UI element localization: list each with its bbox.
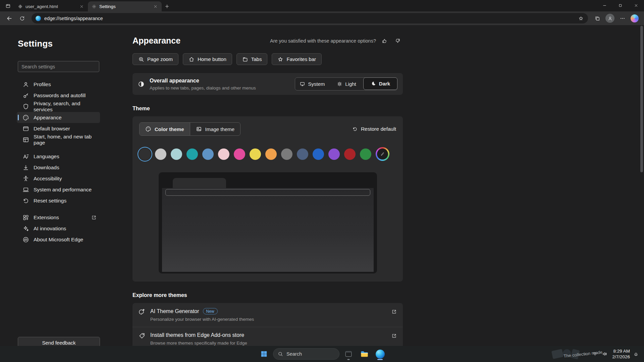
- thumbs-up-icon: [382, 38, 387, 44]
- page-zoom-button[interactable]: Page zoom: [132, 53, 178, 65]
- sidebar-item-profiles[interactable]: Profiles: [17, 79, 100, 90]
- page-scrollbar: [640, 26, 644, 345]
- monitor-icon: [300, 81, 305, 87]
- external-link-icon[interactable]: [391, 309, 397, 314]
- notifications-button[interactable]: [632, 349, 640, 359]
- settings-and-more-button[interactable]: [616, 13, 629, 24]
- color-swatch[interactable]: [234, 148, 245, 160]
- windows-taskbar: Search The collection mode: [0, 346, 644, 362]
- settings-sidebar: Settings Profiles Passwords and autofill…: [0, 25, 116, 362]
- sidebar-item-appearance[interactable]: Appearance: [17, 112, 100, 123]
- sidebar-item-label: Start, home, and new tab page: [34, 134, 97, 146]
- tabs-icon: [242, 56, 248, 62]
- tab-settings[interactable]: Settings: [88, 1, 162, 11]
- back-button[interactable]: [3, 13, 15, 24]
- minimize-button[interactable]: [597, 0, 612, 11]
- option-label: Light: [345, 81, 356, 87]
- sidebar-item-reset[interactable]: Reset settings: [17, 195, 100, 206]
- hidden-icons-button[interactable]: [582, 349, 589, 359]
- home-button-button[interactable]: Home button: [183, 53, 232, 65]
- color-swatch[interactable]: [265, 148, 277, 160]
- color-swatch[interactable]: [186, 148, 198, 160]
- collections-button[interactable]: [591, 13, 603, 24]
- ai-theme-generator-row[interactable]: AI Theme Generator New Personalize your …: [132, 303, 403, 327]
- gear-favicon-icon: [92, 4, 96, 9]
- laptop-icon: [22, 186, 29, 193]
- tab-user-agent[interactable]: user_agent.html: [14, 1, 88, 11]
- file-explorer-icon: [360, 350, 369, 359]
- refresh-icon: [19, 16, 25, 21]
- taskbar-app-window[interactable]: [342, 347, 355, 361]
- copilot-icon[interactable]: [631, 14, 639, 22]
- color-swatch[interactable]: [344, 148, 356, 160]
- appearance-option-light[interactable]: Light: [329, 78, 364, 90]
- refresh-button[interactable]: [16, 13, 28, 24]
- tab-actions-button[interactable]: [2, 0, 14, 11]
- taskbar-search[interactable]: Search: [273, 348, 339, 360]
- color-swatch[interactable]: [297, 148, 308, 160]
- close-tab-icon[interactable]: [78, 3, 85, 10]
- tab-label: Image theme: [205, 126, 235, 132]
- maximize-button[interactable]: [612, 0, 628, 11]
- explore-item-title: AI Theme Generator: [150, 308, 199, 314]
- preview-window-body: [162, 188, 374, 272]
- color-theme-tab[interactable]: Color theme: [140, 123, 190, 135]
- profile-avatar[interactable]: [605, 14, 614, 23]
- taskbar-search-label: Search: [286, 351, 302, 357]
- sidebar-item-label: Profiles: [34, 81, 51, 87]
- color-swatch[interactable]: [250, 148, 261, 160]
- close-window-button[interactable]: [628, 0, 644, 11]
- zoom-icon: [138, 56, 144, 62]
- start-button[interactable]: [257, 347, 271, 361]
- color-swatch[interactable]: [202, 148, 214, 160]
- addons-store-icon: [139, 333, 145, 339]
- color-swatch[interactable]: [328, 148, 340, 160]
- color-swatch-default[interactable]: [139, 148, 151, 160]
- sidebar-item-label: Privacy, search, and services: [34, 101, 97, 113]
- appearance-option-dark[interactable]: Dark: [363, 77, 397, 90]
- sidebar-item-label: Passwords and autofill: [34, 93, 86, 99]
- address-bar[interactable]: edge://settings/appearance: [32, 13, 588, 23]
- custom-color-picker-swatch[interactable]: [376, 147, 389, 161]
- color-swatch[interactable]: [360, 148, 371, 160]
- taskbar-clock[interactable]: 8:29 AM 2/7/2026: [612, 348, 630, 360]
- tabs-button[interactable]: Tabs: [236, 53, 268, 65]
- bell-icon: [633, 351, 639, 357]
- artifact-shape: [571, 349, 580, 360]
- taskbar-edge[interactable]: [373, 347, 387, 361]
- sidebar-item-downloads[interactable]: Downloads: [17, 162, 100, 173]
- thumbs-down-button[interactable]: [393, 36, 403, 46]
- color-swatch[interactable]: [155, 148, 166, 160]
- close-tab-icon[interactable]: [152, 3, 159, 10]
- add-favorite-button[interactable]: [576, 14, 586, 23]
- sidebar-item-accessibility[interactable]: Accessibility: [17, 173, 100, 184]
- restore-default-button[interactable]: Restore default: [352, 126, 396, 132]
- edge-logo-icon: [22, 236, 29, 243]
- image-theme-tab[interactable]: Image theme: [190, 123, 240, 135]
- thumbs-up-button[interactable]: [379, 36, 389, 46]
- volume-button[interactable]: [601, 349, 608, 359]
- color-swatch[interactable]: [281, 148, 292, 160]
- site-icon: [36, 16, 41, 21]
- color-swatch[interactable]: [313, 148, 324, 160]
- sidebar-item-about[interactable]: About Microsoft Edge: [17, 234, 100, 245]
- color-swatch[interactable]: [218, 148, 229, 160]
- new-tab-button[interactable]: [162, 1, 172, 11]
- sidebar-item-system[interactable]: System and performance: [17, 184, 100, 195]
- appearance-option-system[interactable]: System: [295, 78, 329, 90]
- sidebar-item-privacy[interactable]: Privacy, search, and services: [17, 101, 100, 112]
- clock-time: 8:29 AM: [612, 348, 630, 354]
- sidebar-item-passwords[interactable]: Passwords and autofill: [17, 90, 100, 101]
- sidebar-item-languages[interactable]: Languages: [17, 151, 100, 162]
- network-button[interactable]: [591, 349, 599, 359]
- sidebar-item-ai-innovations[interactable]: AI innovations: [17, 223, 100, 234]
- sidebar-item-start-home[interactable]: Start, home, and new tab page: [17, 134, 100, 145]
- taskbar-file-explorer[interactable]: [358, 347, 371, 361]
- favorites-bar-button[interactable]: Favorites bar: [272, 53, 322, 65]
- external-link-icon[interactable]: [391, 333, 397, 339]
- sidebar-item-default-browser[interactable]: Default browser: [17, 123, 100, 134]
- color-swatch[interactable]: [171, 148, 182, 160]
- search-settings-input[interactable]: [18, 61, 99, 72]
- sidebar-item-extensions[interactable]: Extensions: [17, 212, 100, 223]
- scrollbar-thumb[interactable]: [640, 26, 643, 172]
